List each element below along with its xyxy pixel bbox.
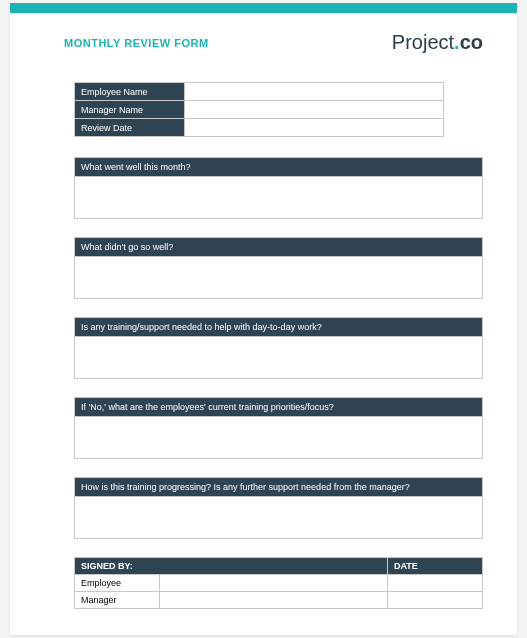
answer-not-well[interactable] bbox=[74, 257, 483, 299]
answer-training-needed[interactable] bbox=[74, 337, 483, 379]
section-training-needed: Is any training/support needed to help w… bbox=[74, 317, 483, 379]
header-date: DATE bbox=[388, 558, 483, 575]
question-priorities: If 'No,' what are the employees' current… bbox=[74, 397, 483, 417]
label-employee-name: Employee Name bbox=[75, 83, 185, 101]
table-row: SIGNED BY: DATE bbox=[75, 558, 483, 575]
question-not-well: What didn't go so well? bbox=[74, 237, 483, 257]
input-employee-name[interactable] bbox=[185, 83, 444, 101]
top-accent-bar bbox=[10, 3, 517, 13]
table-row: Manager Name bbox=[75, 101, 444, 119]
label-manager-sign: Manager bbox=[75, 592, 160, 609]
answer-went-well[interactable] bbox=[74, 177, 483, 219]
input-manager-date[interactable] bbox=[388, 592, 483, 609]
input-review-date[interactable] bbox=[185, 119, 444, 137]
table-row: Manager bbox=[75, 592, 483, 609]
header: MONTHLY REVIEW FORM Project.co bbox=[10, 13, 517, 54]
input-manager-signature[interactable] bbox=[160, 592, 388, 609]
section-went-well: What went well this month? bbox=[74, 157, 483, 219]
logo-text-light: Project bbox=[392, 31, 454, 53]
input-manager-name[interactable] bbox=[185, 101, 444, 119]
content: Employee Name Manager Name Review Date W… bbox=[10, 54, 517, 619]
label-review-date: Review Date bbox=[75, 119, 185, 137]
page-title: MONTHLY REVIEW FORM bbox=[64, 37, 209, 49]
info-table: Employee Name Manager Name Review Date bbox=[74, 82, 444, 137]
answer-priorities[interactable] bbox=[74, 417, 483, 459]
section-priorities: If 'No,' what are the employees' current… bbox=[74, 397, 483, 459]
header-signed-by: SIGNED BY: bbox=[75, 558, 388, 575]
logo: Project.co bbox=[392, 31, 483, 54]
answer-progress[interactable] bbox=[74, 497, 483, 539]
question-went-well: What went well this month? bbox=[74, 157, 483, 177]
table-row: Review Date bbox=[75, 119, 444, 137]
signoff-table: SIGNED BY: DATE Employee Manager bbox=[74, 557, 483, 609]
question-training-needed: Is any training/support needed to help w… bbox=[74, 317, 483, 337]
question-progress: How is this training progressing? Is any… bbox=[74, 477, 483, 497]
section-not-well: What didn't go so well? bbox=[74, 237, 483, 299]
input-employee-date[interactable] bbox=[388, 575, 483, 592]
label-manager-name: Manager Name bbox=[75, 101, 185, 119]
table-row: Employee Name bbox=[75, 83, 444, 101]
logo-text-bold: co bbox=[460, 31, 483, 53]
input-employee-signature[interactable] bbox=[160, 575, 388, 592]
section-progress: How is this training progressing? Is any… bbox=[74, 477, 483, 539]
page: MONTHLY REVIEW FORM Project.co Employee … bbox=[10, 3, 517, 635]
label-employee-sign: Employee bbox=[75, 575, 160, 592]
table-row: Employee bbox=[75, 575, 483, 592]
